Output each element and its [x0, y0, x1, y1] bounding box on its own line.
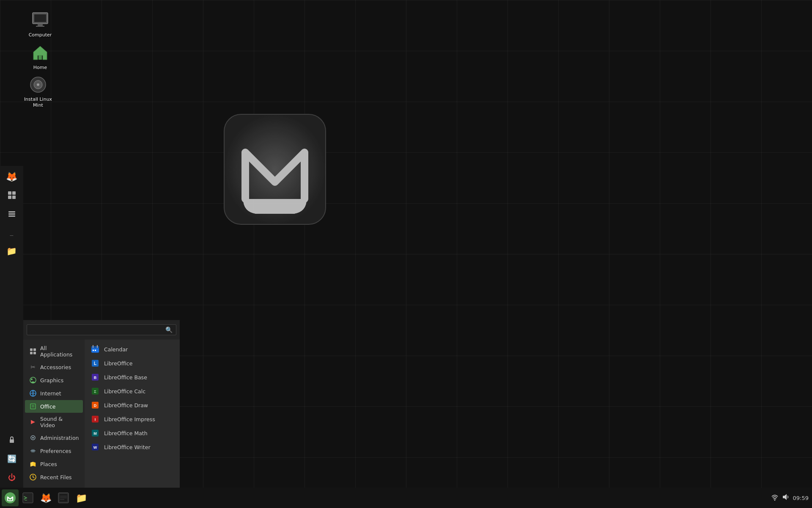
taskbar: _ 🦊 📁 09:59 [0, 488, 812, 508]
app-libreoffice-base[interactable]: B LibreOffice Base [86, 370, 178, 384]
svg-rect-16 [10, 439, 14, 443]
install-icon-label: Install Linux Mint [23, 97, 53, 109]
svg-point-8 [37, 83, 39, 86]
taskbar-mint-button[interactable] [2, 489, 19, 506]
svg-text:I: I [95, 417, 96, 422]
taskbar-right: 09:59 [768, 493, 812, 502]
home-icon[interactable]: Home [23, 41, 57, 72]
desktop: Computer Home Install Linux Mint 🦊 [0, 0, 812, 508]
svg-rect-31 [30, 450, 36, 451]
svg-rect-17 [30, 348, 33, 351]
app-libreoffice-label: LibreOffice [104, 360, 132, 367]
cat-all-icon [29, 348, 37, 355]
app-lo-math-icon: M [91, 428, 100, 438]
sidebar-btn-firefox[interactable]: 🦊 [3, 168, 21, 185]
taskbar-left: _ 🦊 📁 [0, 489, 91, 506]
svg-point-30 [32, 437, 34, 439]
svg-rect-42 [93, 350, 94, 351]
app-libreoffice-writer[interactable]: W LibreOffice Writer [86, 440, 178, 454]
app-lo-writer-icon: W [91, 442, 100, 452]
sidebar-btn-lock[interactable] [3, 431, 21, 449]
taskbar-network-icon[interactable] [771, 493, 779, 502]
search-icon[interactable]: 🔍 [165, 326, 173, 333]
home-icon-label: Home [33, 65, 47, 71]
cat-places-icon [29, 460, 37, 468]
cat-all-applications[interactable]: All Applications [25, 342, 83, 360]
app-calendar[interactable]: Calendar [86, 342, 178, 356]
cat-preferences[interactable]: Preferences [25, 444, 83, 457]
cat-soundvideo-label: Sound & Video [40, 416, 79, 428]
cat-admin-icon [29, 434, 37, 442]
taskbar-files[interactable]: 📁 [73, 489, 90, 506]
app-libreoffice[interactable]: L LibreOffice [86, 356, 178, 370]
sidebar: 🦊 _ 📁 🔄 ⏻ [0, 166, 23, 488]
svg-point-66 [774, 500, 775, 501]
app-libreoffice-math[interactable]: M LibreOffice Math [86, 426, 178, 440]
sidebar-btn-folder[interactable]: 📁 [3, 242, 21, 260]
app-libreoffice-impress[interactable]: I LibreOffice Impress [86, 412, 178, 426]
taskbar-terminal[interactable]: _ [19, 489, 36, 506]
svg-rect-43 [95, 350, 96, 351]
cat-office[interactable]: Office [25, 400, 83, 413]
cat-graphics[interactable]: Graphics [25, 374, 83, 387]
svg-point-58 [5, 492, 16, 503]
cat-recent-icon [29, 473, 37, 481]
cat-prefs-icon [29, 447, 37, 455]
cat-recentfiles[interactable]: Recent Files [25, 471, 83, 483]
cat-administration-label: Administration [40, 435, 79, 441]
taskbar-firefox[interactable]: 🦊 [37, 489, 54, 506]
sidebar-btn-power[interactable]: ⏻ [3, 468, 21, 486]
sidebar-btn-terminal[interactable]: _ [3, 224, 21, 241]
cat-accessories-icon: ✂ [29, 363, 37, 371]
svg-point-22 [31, 378, 33, 380]
cat-internet-icon [29, 389, 37, 397]
search-bar: 🔍 [23, 320, 180, 340]
sidebar-btn-update[interactable]: 🔄 [3, 450, 21, 467]
svg-marker-28 [31, 420, 35, 424]
sidebar-btn-apps[interactable] [3, 186, 21, 204]
cat-accessories[interactable]: ✂ Accessories [25, 361, 83, 373]
categories-panel: All Applications ✂ Accessories Graphics [23, 340, 85, 488]
cat-administration[interactable]: Administration [25, 431, 83, 444]
svg-text:Σ: Σ [94, 389, 96, 394]
svg-text:M: M [93, 431, 97, 436]
app-libreoffice-calc[interactable]: Σ LibreOffice Calc [86, 384, 178, 398]
cat-soundvideo-icon [29, 418, 37, 426]
app-libreoffice-draw[interactable]: D LibreOffice Draw [86, 398, 178, 412]
app-lo-draw-icon: D [91, 400, 100, 410]
apps-list: Calendar L LibreOffice B LibreOffice Bas… [85, 340, 180, 488]
search-input-wrap[interactable]: 🔍 [27, 324, 176, 335]
app-calendar-icon [91, 345, 100, 354]
computer-icon[interactable]: Computer [23, 8, 57, 40]
svg-marker-67 [783, 494, 787, 500]
search-input[interactable] [30, 327, 165, 333]
app-lo-impress-icon: I [91, 414, 100, 424]
svg-line-36 [33, 477, 34, 478]
cat-recentfiles-label: Recent Files [40, 474, 72, 480]
svg-rect-32 [32, 449, 33, 453]
svg-rect-39 [91, 348, 99, 348]
app-calendar-label: Calendar [104, 346, 128, 353]
svg-rect-11 [8, 196, 11, 199]
cat-places[interactable]: Places [25, 458, 83, 470]
install-icon[interactable]: Install Linux Mint [21, 73, 55, 110]
cat-soundvideo[interactable]: Sound & Video [25, 413, 83, 431]
taskbar-term2[interactable] [55, 489, 72, 506]
cat-internet[interactable]: Internet [25, 387, 83, 400]
cat-internet-label: Internet [40, 390, 61, 397]
install-icon-img [28, 75, 48, 95]
app-lo-base-label: LibreOffice Base [104, 374, 147, 381]
svg-rect-18 [33, 348, 36, 351]
computer-icon-label: Computer [29, 32, 52, 38]
taskbar-volume-icon[interactable] [782, 493, 790, 502]
app-lo-base-icon: B [91, 373, 100, 382]
sidebar-btn-files[interactable] [3, 205, 21, 223]
cat-accessories-label: Accessories [40, 364, 71, 370]
app-libreoffice-icon: L [91, 359, 100, 368]
home-icon-img [30, 43, 50, 63]
svg-rect-4 [36, 26, 44, 27]
cat-office-icon [29, 403, 37, 410]
svg-rect-14 [8, 213, 15, 215]
computer-icon-img [30, 10, 50, 30]
svg-rect-15 [8, 215, 15, 217]
